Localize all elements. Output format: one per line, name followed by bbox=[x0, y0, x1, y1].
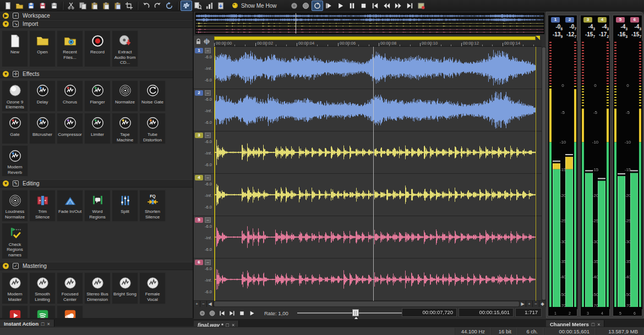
meter-channel-badge[interactable]: 1 bbox=[551, 17, 560, 23]
wave-editor-icon[interactable] bbox=[181, 1, 192, 11]
action-tile-tube-distortion[interactable]: Tube Distortion bbox=[139, 113, 166, 144]
action-tile-soundcloud[interactable]: SoundCloud bbox=[57, 305, 83, 318]
zoom-fit-button[interactable]: ◆ bbox=[539, 301, 546, 307]
peak-value[interactable]: -43 bbox=[614, 24, 627, 31]
action-tile-fade-in-out[interactable]: Fade In/Out bbox=[57, 190, 83, 221]
channel-minimize-button[interactable]: – bbox=[205, 90, 211, 96]
action-tile-extract-audio-from-cd[interactable]: Extract Audio from CD... bbox=[112, 30, 138, 67]
action-tile-bright-song[interactable]: Bright Song bbox=[112, 272, 138, 304]
action-tile-compressor[interactable]: Compressor bbox=[57, 113, 83, 144]
action-tile-new[interactable]: New bbox=[2, 30, 28, 67]
redo-icon[interactable] bbox=[152, 1, 163, 11]
lock-icon[interactable] bbox=[196, 39, 201, 45]
action-tile-noise-gate[interactable]: Noise Gate bbox=[139, 80, 166, 112]
zoom-out-button[interactable]: − bbox=[200, 301, 207, 307]
action-tile-ozone-9-elements[interactable]: Ozone 9 Elements bbox=[2, 80, 28, 112]
loop-playback-icon[interactable] bbox=[312, 1, 323, 11]
channel-minimize-button[interactable]: – bbox=[205, 260, 211, 265]
action-tile-word-regions[interactable]: Word Regions bbox=[84, 190, 111, 221]
waveform-canvas[interactable] bbox=[214, 216, 542, 258]
peak-value[interactable]: -43 bbox=[581, 24, 595, 31]
section-header-editing[interactable]: ▼✎Editing bbox=[0, 179, 193, 188]
action-tile-limiter[interactable]: Limiter bbox=[84, 113, 111, 144]
peak-value[interactable]: -06 bbox=[549, 24, 563, 31]
chevron-down-icon[interactable]: ▼ bbox=[3, 180, 9, 186]
waveform-canvas[interactable] bbox=[214, 47, 542, 89]
record-remote-icon[interactable] bbox=[197, 309, 207, 317]
go-to-end-icon[interactable] bbox=[227, 309, 237, 317]
restore-icon[interactable]: □ bbox=[41, 321, 44, 327]
save-icon[interactable] bbox=[25, 1, 37, 11]
save-as-icon[interactable] bbox=[37, 1, 48, 11]
undo-icon[interactable] bbox=[140, 1, 152, 11]
paste-mix-icon[interactable] bbox=[100, 1, 112, 11]
section-header-workspace[interactable]: ▶+Workspace bbox=[0, 12, 193, 20]
channel-badge[interactable]: 1 bbox=[195, 48, 203, 53]
chevron-right-icon[interactable]: ▶ bbox=[3, 13, 9, 19]
action-tile-open[interactable]: Open bbox=[29, 30, 56, 67]
peak-value[interactable]: -43 bbox=[627, 24, 641, 31]
action-tile-loudness-normalize[interactable]: Loudness Normalize bbox=[2, 190, 28, 221]
action-tile-smooth-limiting[interactable]: Smooth Limiting bbox=[29, 272, 56, 304]
vertical-scrollbar[interactable] bbox=[542, 47, 546, 301]
selection-end-marker[interactable] bbox=[536, 36, 540, 40]
meter-channel-badge[interactable]: 5 bbox=[616, 17, 625, 23]
restore-icon[interactable]: □ bbox=[592, 322, 594, 327]
section-header-effects[interactable]: ▼✢Effects bbox=[0, 70, 193, 78]
action-tile-female-vocal[interactable]: Female Vocal bbox=[139, 272, 166, 304]
channel-row-2[interactable]: 2–-6.0-Inf.-6.0 bbox=[194, 89, 542, 131]
action-tile-shorten-silence[interactable]: FQShorten Silence bbox=[139, 190, 166, 221]
rewind-icon[interactable] bbox=[381, 1, 392, 11]
action-tile-delay[interactable]: Delay bbox=[29, 80, 56, 112]
close-icon[interactable]: × bbox=[47, 321, 50, 327]
chevron-down-icon[interactable]: ▼ bbox=[3, 71, 9, 77]
channel-minimize-button[interactable]: – bbox=[205, 48, 211, 53]
rms-value[interactable]: -172 bbox=[595, 31, 609, 39]
action-tile-split[interactable]: Split bbox=[112, 190, 138, 221]
action-tile-spotify[interactable]: Spotify bbox=[29, 305, 56, 318]
zoom-in-button[interactable]: + bbox=[194, 301, 200, 307]
channel-badge[interactable]: 4 bbox=[195, 175, 203, 180]
action-tile-bitcrusher[interactable]: Bitcrusher bbox=[29, 113, 56, 144]
meter-channel-badge[interactable]: 3 bbox=[583, 17, 592, 23]
trim-crop-icon[interactable] bbox=[123, 1, 135, 11]
chevron-down-icon[interactable]: ▼ bbox=[3, 263, 9, 269]
hscroll-thumb[interactable] bbox=[214, 301, 519, 306]
zoom-out-time-button[interactable]: − bbox=[533, 301, 539, 307]
record-remote-icon[interactable] bbox=[288, 1, 300, 11]
chevron-down-icon[interactable]: ▼ bbox=[3, 21, 9, 27]
peak-value[interactable]: -43 bbox=[595, 24, 609, 31]
repeat-icon[interactable] bbox=[163, 1, 175, 11]
save-all-icon[interactable] bbox=[48, 1, 60, 11]
channel-badge[interactable]: 2 bbox=[195, 90, 203, 96]
channel-row-6[interactable]: 6–-6.0-Inf.-6.0 bbox=[194, 259, 542, 301]
action-tile-chorus[interactable]: Chorus bbox=[57, 80, 83, 112]
action-tile-tape-machine[interactable]: Tape Machine bbox=[112, 113, 138, 144]
channel-badge[interactable]: 3 bbox=[195, 133, 203, 138]
action-tile-recent-files[interactable]: Recent Files... bbox=[57, 30, 83, 67]
open-icon[interactable] bbox=[14, 1, 25, 11]
cut-icon[interactable] bbox=[66, 1, 77, 11]
channel-row-4[interactable]: 4–-6.0-Inf.-6.0 bbox=[194, 174, 542, 216]
record-icon[interactable] bbox=[300, 1, 312, 11]
channel-minimize-button[interactable]: – bbox=[205, 217, 211, 223]
import-tool-icon[interactable] bbox=[215, 1, 227, 11]
paste-icon[interactable] bbox=[89, 1, 100, 11]
rms-value[interactable]: -157 bbox=[581, 31, 595, 39]
rms-value[interactable]: -127 bbox=[563, 31, 576, 39]
meter-channel-badge[interactable]: 4 bbox=[598, 17, 607, 23]
paste-special-icon[interactable] bbox=[112, 1, 123, 11]
stop-icon[interactable] bbox=[237, 309, 247, 317]
record-icon[interactable] bbox=[207, 309, 217, 317]
go-to-end-icon[interactable] bbox=[404, 1, 416, 11]
go-to-start-icon[interactable] bbox=[217, 309, 227, 317]
action-tile-modern-reverb[interactable]: Modern Reverb bbox=[2, 145, 28, 177]
zoom-ratio-display[interactable]: 1:717 bbox=[515, 308, 542, 317]
section-header-mastering[interactable]: ▼✓Mastering bbox=[0, 262, 193, 270]
waveform-canvas[interactable] bbox=[214, 89, 542, 131]
horizontal-scrollbar[interactable]: + − ◀ ▶ + − ◆ bbox=[194, 301, 546, 307]
action-tile-flanger[interactable]: Flanger bbox=[84, 80, 111, 112]
zoom-in-time-button[interactable]: + bbox=[526, 301, 533, 307]
rms-value[interactable]: -157 bbox=[627, 31, 641, 39]
record-options-icon[interactable] bbox=[416, 1, 427, 11]
